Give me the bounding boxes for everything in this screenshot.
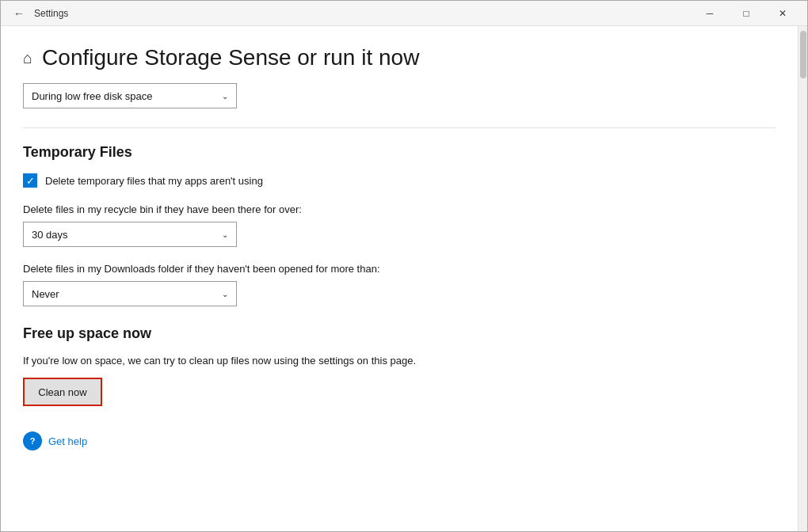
home-icon: ⌂ bbox=[23, 49, 32, 67]
free-space-section: Free up space now If you're low on space… bbox=[23, 325, 776, 406]
section-divider bbox=[23, 127, 776, 128]
settings-window: ← Settings ─ □ ✕ ⌂ Configure Storage Sen… bbox=[0, 0, 808, 532]
downloads-label: Delete files in my Downloads folder if t… bbox=[23, 263, 776, 275]
recycle-bin-group: Delete files in my recycle bin if they h… bbox=[23, 203, 776, 247]
page-header: ⌂ Configure Storage Sense or run it now bbox=[23, 26, 776, 83]
main-panel: ⌂ Configure Storage Sense or run it now … bbox=[1, 26, 798, 531]
maximize-icon: □ bbox=[743, 8, 749, 19]
storage-sense-dropdown-container: During low free disk space ⌄ bbox=[23, 83, 776, 108]
storage-sense-dropdown-label: During low free disk space bbox=[32, 90, 152, 102]
storage-sense-dropdown-arrow: ⌄ bbox=[222, 92, 228, 101]
back-button[interactable]: ← bbox=[7, 2, 31, 25]
downloads-group: Delete files in my Downloads folder if t… bbox=[23, 263, 776, 306]
scrollbar-thumb[interactable] bbox=[800, 31, 806, 78]
minimize-button[interactable]: ─ bbox=[692, 1, 728, 26]
scrollbar[interactable] bbox=[798, 26, 807, 531]
title-bar: ← Settings ─ □ ✕ bbox=[1, 1, 807, 26]
checkbox-check-icon: ✓ bbox=[26, 176, 35, 186]
get-help-link[interactable]: Get help bbox=[48, 435, 87, 447]
downloads-dropdown-value: Never bbox=[32, 288, 59, 300]
minimize-icon: ─ bbox=[707, 8, 714, 19]
maximize-button[interactable]: □ bbox=[728, 1, 764, 26]
window-controls: ─ □ ✕ bbox=[692, 1, 801, 26]
clean-now-label: Clean now bbox=[38, 386, 86, 398]
recycle-bin-label: Delete files in my recycle bin if they h… bbox=[23, 203, 776, 215]
help-icon: ? bbox=[23, 431, 42, 450]
free-space-description: If you're low on space, we can try to cl… bbox=[23, 355, 776, 367]
page-title: Configure Storage Sense or run it now bbox=[42, 45, 419, 70]
window-title: Settings bbox=[34, 8, 692, 19]
get-help-row: ? Get help bbox=[23, 431, 776, 450]
storage-sense-dropdown[interactable]: During low free disk space ⌄ bbox=[23, 83, 237, 108]
temporary-files-heading: Temporary Files bbox=[23, 144, 776, 161]
clean-now-button[interactable]: Clean now bbox=[23, 378, 102, 406]
delete-temp-files-row: ✓ Delete temporary files that my apps ar… bbox=[23, 173, 776, 188]
delete-temp-files-checkbox[interactable]: ✓ bbox=[23, 173, 37, 188]
content-area: ⌂ Configure Storage Sense or run it now … bbox=[1, 26, 807, 531]
free-space-heading: Free up space now bbox=[23, 325, 776, 342]
downloads-dropdown-arrow: ⌄ bbox=[222, 290, 228, 298]
close-button[interactable]: ✕ bbox=[764, 1, 801, 26]
back-icon: ← bbox=[13, 7, 25, 20]
close-icon: ✕ bbox=[779, 8, 787, 19]
recycle-bin-dropdown[interactable]: 30 days ⌄ bbox=[23, 222, 237, 247]
recycle-bin-dropdown-arrow: ⌄ bbox=[222, 230, 228, 239]
delete-temp-files-label: Delete temporary files that my apps aren… bbox=[45, 175, 263, 187]
downloads-dropdown[interactable]: Never ⌄ bbox=[23, 281, 237, 306]
recycle-bin-dropdown-value: 30 days bbox=[32, 229, 68, 241]
